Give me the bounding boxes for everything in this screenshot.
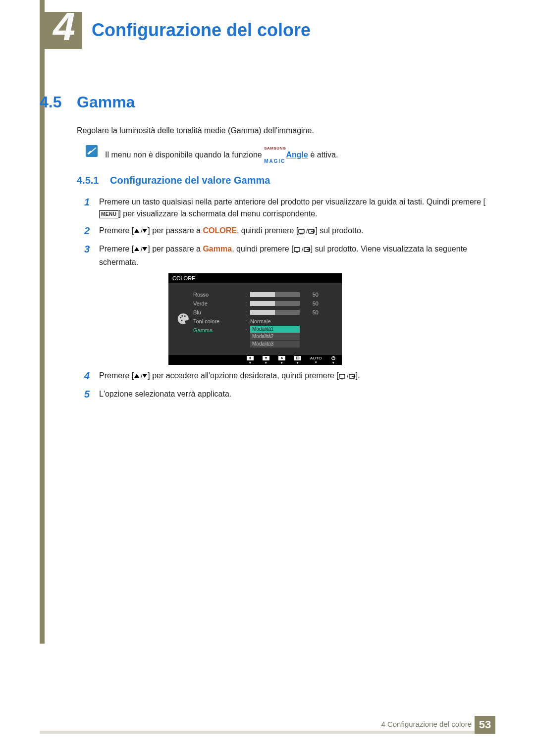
osd-gamma-option-1: Modalità1 xyxy=(250,326,300,333)
step-text: ] per accedere all'opzione desiderata, q… xyxy=(148,371,339,380)
enter-source-icon: / xyxy=(294,245,311,256)
svg-marker-9 xyxy=(142,247,147,251)
step-text: , quindi premere [ xyxy=(237,226,299,235)
svg-marker-18 xyxy=(249,357,251,359)
step-text: L'opzione selezionata verrà applicata. xyxy=(99,390,231,398)
svg-point-15 xyxy=(181,315,183,316)
osd-gamma-option-3: Modalità3 xyxy=(250,341,300,348)
step-text: ] per passare a xyxy=(148,226,203,235)
svg-marker-20 xyxy=(281,357,283,359)
osd-value-blu: 50 xyxy=(304,309,319,315)
enter-source-icon: / xyxy=(298,226,315,238)
chapter-title: Configurazione del colore xyxy=(92,20,311,41)
svg-rect-28 xyxy=(341,379,343,379)
svg-rect-21 xyxy=(296,357,299,359)
svg-point-14 xyxy=(180,317,181,318)
note-suffix: è attiva. xyxy=(308,151,338,159)
note-icon xyxy=(86,145,98,157)
section-title: Gamma xyxy=(77,93,135,111)
osd-slider-blu xyxy=(250,310,300,315)
note-text: Il menu non è disponibile quando la funz… xyxy=(105,147,338,164)
step-number: 5 xyxy=(84,388,99,400)
step-text: ]. xyxy=(356,371,360,380)
osd-label-blu: Blu xyxy=(193,308,245,317)
brand-magic: MAGIC xyxy=(264,159,285,163)
step-text: Premere [ xyxy=(99,245,134,253)
osd-value-verde: 50 xyxy=(304,301,319,306)
menu-colore: COLORE xyxy=(203,226,236,235)
osd-value-toni: Normale xyxy=(250,318,271,324)
svg-rect-10 xyxy=(294,248,300,252)
up-down-icon: / xyxy=(134,245,148,256)
step-2: 2 Premere [/] per passare a COLORE, quin… xyxy=(84,225,500,238)
svg-marker-26 xyxy=(142,374,147,378)
svg-marker-19 xyxy=(265,357,268,359)
osd-slider-verde xyxy=(250,301,300,306)
osd-label-rosso: Rosso xyxy=(193,290,245,299)
enter-source-icon: / xyxy=(339,371,356,383)
svg-marker-2 xyxy=(142,229,147,233)
brand-angle-link[interactable]: Angle xyxy=(286,151,308,159)
osd-title: COLORE xyxy=(168,273,342,283)
svg-text:/: / xyxy=(347,373,349,380)
osd-nav-up-icon: ▾ xyxy=(278,356,285,364)
footer-bar xyxy=(40,731,495,734)
osd-nav-down-icon: ▾ xyxy=(263,356,269,364)
svg-rect-4 xyxy=(300,234,303,234)
osd-gamma-option-2: Modalità2 xyxy=(250,333,300,340)
svg-text:/: / xyxy=(302,246,304,253)
step-5: 5 L'opzione selezionata verrà applicata. xyxy=(84,388,500,400)
step-text: Premere un tasto qualsiasi nella parte a… xyxy=(99,198,485,206)
subsection-title: Configurazione del valore Gamma xyxy=(110,175,270,186)
svg-rect-11 xyxy=(296,252,298,252)
osd-label-verde: Verde xyxy=(193,299,245,308)
step-text: , quindi premere [ xyxy=(232,245,294,253)
svg-marker-7 xyxy=(134,247,139,251)
palette-icon xyxy=(177,312,190,326)
menu-gamma: Gamma xyxy=(203,245,232,253)
up-down-icon: / xyxy=(134,226,148,238)
step-3: 3 Premere [/] per passare a Gamma, quind… xyxy=(84,243,500,268)
steps-list: 1 Premere un tasto qualsiasi nella parte… xyxy=(84,196,500,405)
footer-text: 4 Configurazione del colore xyxy=(381,720,472,728)
svg-point-16 xyxy=(184,315,186,317)
step-1: 1 Premere un tasto qualsiasi nella parte… xyxy=(84,196,500,220)
step-number: 2 xyxy=(84,225,99,238)
svg-marker-0 xyxy=(134,229,139,233)
osd-nav-power-icon: ▾ xyxy=(331,355,336,364)
svg-text:/: / xyxy=(306,228,308,235)
step-number: 3 xyxy=(84,243,99,268)
step-text: Premere [ xyxy=(99,226,134,235)
svg-marker-24 xyxy=(134,374,139,378)
up-down-icon: / xyxy=(134,371,148,383)
step-text: Premere [ xyxy=(99,371,134,380)
menu-key-icon: MENU xyxy=(99,210,118,218)
step-text: ] sul prodotto. xyxy=(315,226,363,235)
osd-value-rosso: 50 xyxy=(304,292,319,298)
osd-label-gamma: Gamma xyxy=(193,326,245,335)
osd-slider-rosso xyxy=(250,292,300,297)
note-prefix: Il menu non è disponibile quando la funz… xyxy=(105,151,264,159)
chapter-number: 4 xyxy=(45,4,82,50)
osd-menu: COLORE Rosso Verde Blu Toni colore Gamma xyxy=(168,273,342,365)
osd-label-toni: Toni colore xyxy=(193,317,245,326)
osd-nav-back-icon: ▾ xyxy=(247,356,254,364)
svg-rect-27 xyxy=(339,374,345,378)
osd-nav-enter-icon: ▾ xyxy=(294,356,301,364)
svg-point-17 xyxy=(181,319,182,321)
brand-samsung: SAMSUNG xyxy=(264,147,286,151)
section-intro: Regolare la luminosità delle tonalità me… xyxy=(77,126,314,135)
step-4: 4 Premere [/] per accedere all'opzione d… xyxy=(84,370,500,383)
page-number: 53 xyxy=(475,716,495,734)
osd-nav-auto: AUTO▾ xyxy=(310,356,322,364)
section-number: 4.5 xyxy=(40,93,61,111)
svg-rect-3 xyxy=(299,229,304,233)
step-text: ] per passare a xyxy=(148,245,203,253)
step-text: ] per visualizzare la schermata del menu… xyxy=(118,209,317,218)
step-number: 4 xyxy=(84,370,99,383)
subsection-number: 4.5.1 xyxy=(77,175,99,186)
osd-nav-bar: ▾ ▾ ▾ ▾ AUTO▾ ▾ xyxy=(168,355,342,365)
step-number: 1 xyxy=(84,196,99,220)
